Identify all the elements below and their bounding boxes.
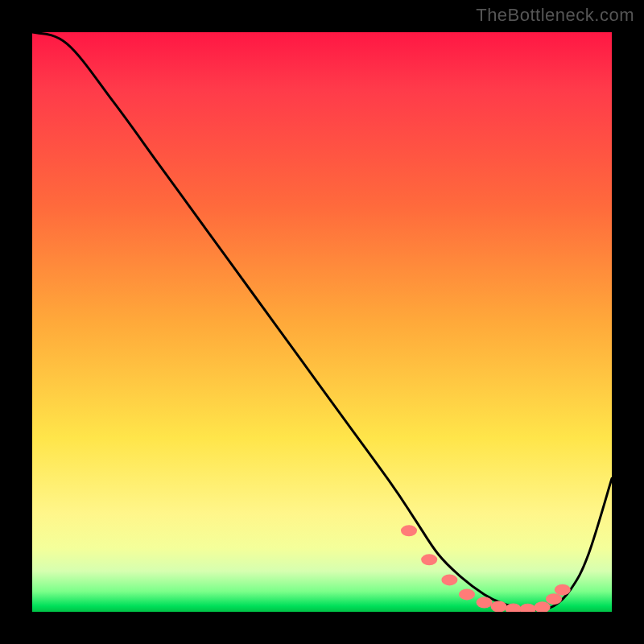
severity-gradient (32, 32, 612, 612)
watermark-text: TheBottleneck.com (476, 5, 634, 26)
plot-area (32, 32, 612, 612)
chart-frame: TheBottleneck.com (0, 0, 644, 644)
